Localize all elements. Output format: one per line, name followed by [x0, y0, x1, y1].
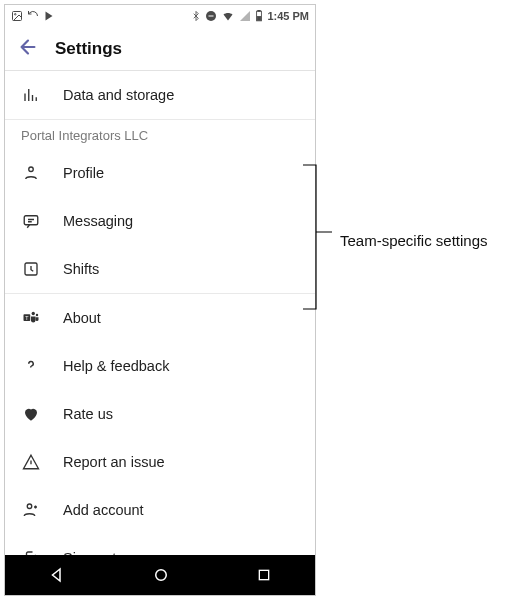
row-data-storage[interactable]: Data and storage — [5, 71, 315, 119]
row-rate[interactable]: Rate us — [5, 390, 315, 438]
svg-point-12 — [32, 312, 35, 315]
settings-list: Data and storage Portal Integrators LLC … — [5, 71, 315, 555]
chart-icon — [21, 85, 41, 105]
row-label: Help & feedback — [63, 358, 169, 374]
row-about[interactable]: T About — [5, 294, 315, 342]
row-label: Profile — [63, 165, 104, 181]
back-icon[interactable] — [17, 36, 39, 62]
sign-out-icon — [21, 548, 41, 555]
nav-recent-icon[interactable] — [256, 567, 272, 583]
svg-rect-8 — [24, 216, 38, 225]
svg-rect-5 — [258, 10, 260, 11]
row-label: Data and storage — [63, 87, 174, 103]
svg-rect-3 — [209, 16, 214, 17]
wifi-icon — [221, 10, 235, 22]
dnd-icon — [205, 10, 217, 22]
svg-point-13 — [36, 314, 38, 316]
svg-point-1 — [15, 14, 17, 16]
app-bar: Settings — [5, 27, 315, 71]
svg-point-14 — [27, 504, 32, 509]
status-bar: 1:45 PM — [5, 5, 315, 27]
signal-icon — [239, 10, 251, 22]
row-label: Messaging — [63, 213, 133, 229]
row-report[interactable]: Report an issue — [5, 438, 315, 486]
org-section-header: Portal Integrators LLC — [5, 119, 315, 149]
heart-icon — [21, 404, 41, 424]
help-icon — [21, 356, 41, 376]
row-sign-out[interactable]: Sign out — [5, 534, 315, 555]
nav-back-icon[interactable] — [48, 566, 66, 584]
row-label: About — [63, 310, 101, 326]
annotation-label: Team-specific settings — [340, 232, 488, 249]
nav-home-icon[interactable] — [152, 566, 170, 584]
annotation-bracket — [302, 164, 334, 310]
row-add-account[interactable]: Add account — [5, 486, 315, 534]
image-icon — [11, 10, 23, 22]
clock-text: 1:45 PM — [267, 10, 309, 22]
phone-screen: 1:45 PM Settings Data and storage Portal… — [4, 4, 316, 596]
shifts-icon — [21, 259, 41, 279]
status-right: 1:45 PM — [191, 10, 309, 22]
status-left — [11, 10, 55, 22]
row-label: Report an issue — [63, 454, 165, 470]
bluetooth-icon — [191, 10, 201, 22]
add-account-icon — [21, 500, 41, 520]
row-label: Add account — [63, 502, 144, 518]
android-nav-bar — [5, 555, 315, 595]
warning-icon — [21, 452, 41, 472]
rotate-icon — [27, 10, 39, 22]
battery-icon — [255, 10, 263, 22]
row-label: Shifts — [63, 261, 99, 277]
svg-point-15 — [156, 570, 167, 581]
messaging-icon — [21, 211, 41, 231]
teams-icon: T — [21, 308, 41, 328]
profile-icon — [21, 163, 41, 183]
svg-rect-16 — [259, 570, 268, 579]
row-label: Rate us — [63, 406, 113, 422]
svg-point-7 — [29, 167, 34, 172]
page-title: Settings — [55, 39, 122, 59]
row-profile[interactable]: Profile — [5, 149, 315, 197]
row-help[interactable]: Help & feedback — [5, 342, 315, 390]
row-messaging[interactable]: Messaging — [5, 197, 315, 245]
row-shifts[interactable]: Shifts — [5, 245, 315, 293]
play-icon — [43, 10, 55, 22]
svg-rect-6 — [258, 17, 262, 21]
